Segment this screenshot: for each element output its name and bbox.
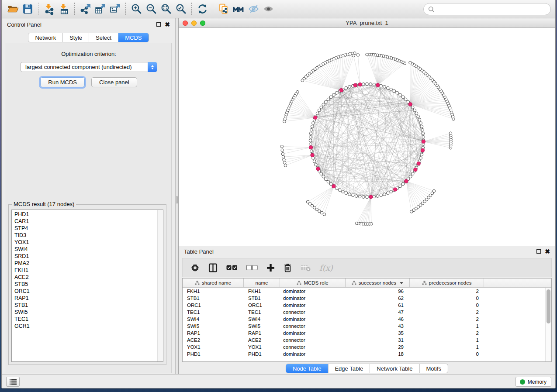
show-all-icon[interactable] — [261, 2, 276, 17]
tab-select[interactable]: Select — [89, 33, 118, 42]
mcds-result-item[interactable]: TEC1 — [12, 316, 163, 323]
apply-layout-icon[interactable] — [195, 2, 210, 17]
mcds-result-item[interactable]: STP4 — [12, 225, 163, 232]
open-file-icon[interactable] — [5, 2, 20, 17]
window-close-button[interactable] — [183, 21, 188, 26]
table-row[interactable]: PHD1PHD1dominator180 — [183, 351, 551, 358]
deselect-all-icon[interactable] — [246, 265, 258, 270]
mcds-result-item[interactable]: ORC1 — [12, 288, 163, 295]
column-header[interactable]: MCDS role — [280, 279, 346, 287]
close-panel-icon[interactable]: ✖ — [165, 22, 170, 27]
mcds-result-item[interactable]: YOX1 — [12, 239, 163, 246]
mcds-result-item[interactable]: GCR1 — [12, 323, 163, 330]
show-column-icon[interactable] — [208, 263, 218, 272]
add-row-icon[interactable] — [266, 264, 275, 272]
criterion-dropdown[interactable]: largest connected component (undirected) — [21, 62, 157, 72]
zoom-selected-icon[interactable] — [173, 2, 188, 17]
main-toolbar — [2, 0, 555, 18]
zoom-in-icon[interactable] — [129, 2, 144, 17]
tab-style[interactable]: Style — [62, 33, 89, 42]
search-input[interactable] — [437, 5, 550, 14]
run-mcds-button[interactable]: Run MCDS — [40, 77, 85, 87]
float-panel-icon[interactable] — [536, 249, 541, 254]
network-window: YPA_prune.txt_1 — [178, 18, 555, 246]
delete-row-icon[interactable] — [284, 263, 292, 272]
select-all-icon[interactable] — [226, 265, 238, 270]
table-row[interactable]: ORC1ORC1dominator610 — [183, 302, 551, 309]
hide-selected-icon[interactable] — [246, 2, 261, 17]
tab-motifs[interactable]: Motifs — [419, 364, 448, 373]
mcds-result-item[interactable]: STB1 — [12, 302, 163, 309]
table-row[interactable]: ACE2ACE2connector311 — [183, 337, 551, 344]
mcds-result-item[interactable]: SRD1 — [12, 253, 163, 260]
mcds-result-list[interactable]: PHD1CAR1STP4TID3YOX1SWI4SRD1PMA2FKH1ACE2… — [11, 210, 163, 362]
table-row[interactable]: STB1STB1dominator620 — [183, 295, 551, 302]
function-builder-icon: f(x) — [319, 263, 333, 272]
first-neighbors-icon[interactable] — [231, 2, 246, 17]
mcds-result-item[interactable]: STB5 — [12, 281, 163, 288]
export-table-icon[interactable] — [93, 2, 107, 17]
table-row[interactable]: SWI5SWI5connector431 — [183, 323, 551, 330]
mcds-result-item[interactable]: CAR1 — [12, 218, 163, 225]
table-tabs: Node Table Edge Table Network Table Moti… — [286, 364, 448, 373]
table-row[interactable]: FKH1FKH1dominator962 — [183, 288, 551, 295]
mcds-result-item[interactable]: ACE2 — [12, 274, 163, 281]
export-network-icon[interactable] — [78, 2, 93, 17]
mcds-result-group: MCDS result (17 nodes) PHD1CAR1STP4TID3Y… — [8, 204, 166, 365]
table-row[interactable]: RAP1RAP1dominator352 — [183, 330, 551, 337]
app-window: Control Panel ✖ Network Style Select MCD… — [1, 0, 556, 389]
close-panel-icon[interactable]: ✖ — [545, 249, 550, 254]
mcds-result-item[interactable]: FKH1 — [12, 267, 163, 274]
network-canvas[interactable] — [179, 28, 555, 246]
mcds-result-item[interactable]: SWI5 — [12, 309, 163, 316]
mcds-result-item[interactable]: PHD1 — [12, 210, 163, 218]
tab-edge-table[interactable]: Edge Table — [328, 364, 370, 373]
tab-network-table[interactable]: Network Table — [370, 364, 419, 373]
zoom-out-icon[interactable] — [144, 2, 159, 17]
search-icon — [428, 6, 435, 13]
table-scrollbar-thumb[interactable] — [547, 289, 550, 323]
search-box — [423, 3, 551, 15]
column-header[interactable]: shared name — [183, 279, 244, 287]
tab-mcds[interactable]: MCDS — [118, 33, 148, 42]
settings-gear-icon[interactable] — [190, 263, 200, 272]
column-header[interactable]: name — [244, 279, 280, 287]
mcds-result-item[interactable]: TID3 — [12, 232, 163, 239]
window-zoom-button[interactable] — [200, 21, 205, 26]
tab-node-table[interactable]: Node Table — [286, 364, 328, 373]
control-panel-title: Control Panel — [7, 21, 42, 28]
column-header[interactable]: successor nodes — [346, 279, 410, 287]
table-row[interactable]: SWI4SWI4dominator462 — [183, 316, 551, 323]
mcds-result-item[interactable]: PMA2 — [12, 260, 163, 267]
table-scrollbar[interactable] — [545, 288, 551, 361]
table-row[interactable]: YOX1YOX1connector291 — [183, 344, 551, 351]
criterion-dropdown-value: largest connected component (undirected) — [25, 64, 132, 70]
network-window-title: YPA_prune.txt_1 — [346, 20, 388, 26]
table-row[interactable]: TEC1TEC1connector472 — [183, 309, 551, 316]
tab-network[interactable]: Network — [28, 33, 62, 42]
export-image-icon[interactable] — [107, 2, 122, 17]
table-panel: Table Panel ✖ — [178, 246, 555, 374]
memory-button[interactable]: Memory — [515, 377, 551, 387]
window-minimize-button[interactable] — [191, 21, 197, 26]
close-panel-button[interactable]: Close panel — [91, 77, 137, 87]
save-session-icon[interactable] — [20, 2, 35, 17]
float-panel-icon[interactable] — [156, 22, 161, 27]
import-network-icon[interactable] — [42, 2, 56, 17]
toolbar-separator — [191, 3, 192, 16]
mcds-result-item[interactable]: RAP1 — [12, 295, 163, 302]
delete-table-icon — [301, 264, 311, 272]
mcds-result-item[interactable]: SWI4 — [12, 246, 163, 253]
optimization-criterion-label: Optimization criterion: — [6, 51, 171, 57]
toolbar-separator — [213, 3, 213, 16]
mcds-list-scrollbar[interactable] — [157, 210, 163, 361]
network-graph[interactable] — [179, 28, 555, 246]
import-table-icon[interactable] — [56, 2, 71, 17]
task-history-icon[interactable] — [6, 377, 20, 387]
zoom-fit-icon[interactable] — [159, 2, 173, 17]
panel-divider[interactable] — [175, 18, 178, 374]
divider-grabber[interactable] — [176, 196, 178, 203]
network-from-selection-icon[interactable] — [216, 2, 231, 17]
column-header[interactable]: predecessor nodes — [410, 279, 484, 287]
network-window-titlebar[interactable]: YPA_prune.txt_1 — [179, 18, 555, 28]
